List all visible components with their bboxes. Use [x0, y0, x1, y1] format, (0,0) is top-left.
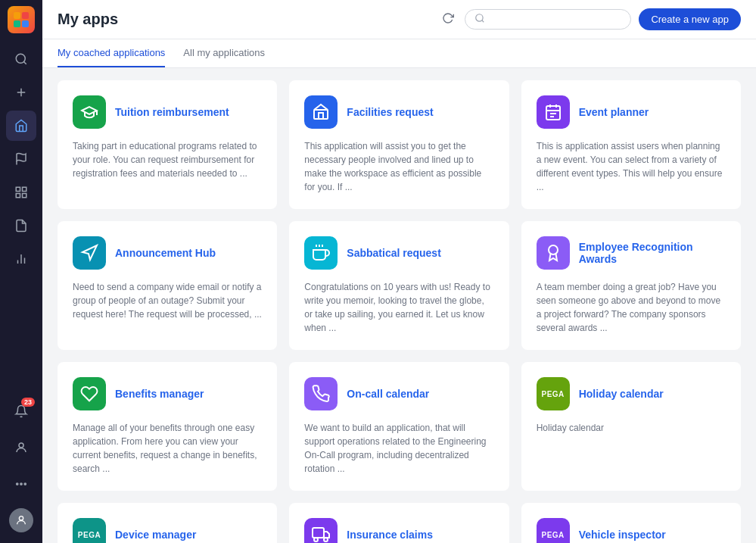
app-name-insurance: Insurance claims [347, 529, 433, 541]
sidebar-flag[interactable] [6, 144, 36, 174]
app-icon-benefits [73, 377, 106, 410]
app-card-device[interactable]: PEGA Device manager Device manager [58, 503, 277, 543]
svg-rect-33 [313, 528, 324, 538]
svg-rect-9 [16, 187, 20, 191]
app-card-announcement[interactable]: Announcement Hub Need to send a company … [58, 221, 277, 350]
svg-point-20 [19, 516, 23, 520]
sidebar-avatar[interactable] [6, 505, 36, 535]
tab-coached-applications[interactable]: My coached applications [58, 39, 165, 67]
app-card-header: Insurance claims [304, 518, 493, 543]
app-icon-oncall [304, 377, 338, 410]
page-title: My apps [58, 11, 118, 28]
app-desc-event: This is application assist users when pl… [537, 139, 726, 194]
sidebar-chart[interactable] [6, 244, 36, 274]
app-card-benefits[interactable]: Benefits manager Manage all of your bene… [58, 362, 277, 491]
svg-rect-11 [16, 194, 20, 198]
app-desc-tuition: Taking part in educational programs rela… [73, 139, 262, 180]
tab-all-applications[interactable]: All my applications [183, 39, 265, 67]
sidebar-bell[interactable]: 23 [6, 396, 36, 426]
app-desc-holiday: Holiday calendar [537, 421, 726, 435]
sidebar-add[interactable] [6, 77, 36, 108]
svg-point-32 [549, 245, 558, 254]
app-card-oncall[interactable]: On-call calendar We want to build an app… [289, 362, 509, 491]
app-name-vehicle: Vehicle inspector [579, 529, 666, 541]
app-desc-facilities: This application will assist you to get … [304, 139, 493, 194]
app-name-holiday: Holiday calendar [579, 388, 664, 400]
app-name-oncall: On-call calendar [347, 388, 429, 400]
sidebar: 23 [0, 0, 42, 543]
refresh-button[interactable] [439, 9, 457, 30]
app-card-event[interactable]: Event planner This is application assist… [521, 80, 741, 209]
app-name-announcement: Announcement Hub [115, 247, 216, 259]
sidebar-document[interactable] [6, 211, 36, 241]
svg-line-5 [23, 61, 26, 64]
app-card-header: Employee Recognition Awards [537, 236, 726, 270]
svg-point-35 [324, 538, 328, 541]
app-icon-announcement [73, 236, 106, 270]
app-icon-facilities [304, 95, 338, 129]
svg-point-17 [17, 483, 18, 485]
app-icon-sabbatical [304, 236, 338, 270]
app-name-device: Device manager [115, 529, 196, 541]
app-card-header: PEGA Vehicle inspector [537, 518, 726, 543]
app-name-recognition: Employee Recognition Awards [579, 241, 726, 265]
app-card-header: Facilities request [304, 95, 493, 129]
notification-badge: 23 [21, 398, 35, 407]
app-icon-tuition [73, 95, 106, 129]
app-icon-event [537, 95, 570, 129]
sidebar-search[interactable] [6, 44, 36, 74]
svg-rect-10 [23, 187, 26, 191]
app-card-header: Announcement Hub [73, 236, 262, 270]
apps-grid: Tuition reimbursement Taking part in edu… [58, 80, 741, 543]
header-actions: Create a new app [439, 8, 741, 30]
app-card-vehicle[interactable]: PEGA Vehicle inspector Vehicle inspector [521, 503, 741, 543]
sidebar-apps-dots[interactable] [6, 469, 36, 499]
svg-point-18 [20, 483, 22, 485]
app-card-recognition[interactable]: Employee Recognition Awards A team membe… [521, 221, 741, 350]
app-card-header: PEGA Device manager [73, 518, 262, 543]
svg-rect-2 [14, 20, 20, 27]
main-content: My apps Create a new app My coached appl… [42, 0, 756, 543]
app-card-insurance[interactable]: Insurance claims Insurance claims [289, 503, 509, 543]
search-bar [465, 9, 631, 30]
svg-rect-1 [22, 12, 29, 19]
app-name-benefits: Benefits manager [115, 388, 204, 400]
app-icon-holiday: PEGA [537, 377, 570, 410]
pega-label: PEGA [78, 531, 101, 539]
app-card-holiday[interactable]: PEGA Holiday calendar Holiday calendar [521, 362, 741, 491]
app-card-facilities[interactable]: Facilities request This application will… [289, 80, 509, 209]
app-icon-device: PEGA [73, 518, 106, 543]
app-name-event: Event planner [579, 106, 649, 118]
app-logo[interactable] [8, 6, 35, 33]
app-desc-benefits: Manage all of your benefits through one … [73, 421, 262, 476]
svg-rect-0 [14, 12, 20, 19]
app-card-sabbatical[interactable]: Sabbatical request Congratulations on 10… [289, 221, 509, 350]
app-icon-recognition [537, 236, 570, 270]
pega-label: PEGA [541, 531, 564, 539]
app-desc-sabbatical: Congratulations on 10 years with us! Rea… [304, 280, 493, 335]
pega-label: PEGA [541, 390, 564, 398]
app-desc-oncall: We want to build an application, that wi… [304, 421, 493, 476]
app-card-header: Benefits manager [73, 377, 262, 410]
app-card-tuition[interactable]: Tuition reimbursement Taking part in edu… [58, 80, 277, 209]
svg-rect-12 [23, 194, 26, 198]
app-name-tuition: Tuition reimbursement [115, 106, 229, 118]
sidebar-user[interactable] [6, 432, 36, 463]
svg-point-4 [16, 54, 25, 63]
create-new-app-button[interactable]: Create a new app [639, 8, 741, 30]
sidebar-home[interactable] [6, 111, 36, 141]
svg-point-21 [476, 14, 483, 21]
tabs-bar: My coached applications All my applicati… [42, 39, 756, 68]
app-card-header: Event planner [537, 95, 726, 129]
app-card-header: Tuition reimbursement [73, 95, 262, 129]
apps-container: Tuition reimbursement Taking part in edu… [42, 68, 756, 543]
header: My apps Create a new app [42, 0, 756, 39]
app-card-header: On-call calendar [304, 377, 493, 410]
svg-point-16 [19, 443, 23, 448]
svg-rect-23 [314, 110, 328, 119]
search-input[interactable] [490, 14, 621, 25]
app-name-facilities: Facilities request [347, 106, 433, 118]
search-icon [474, 13, 485, 26]
svg-rect-24 [319, 113, 323, 119]
sidebar-grid[interactable] [6, 177, 36, 208]
